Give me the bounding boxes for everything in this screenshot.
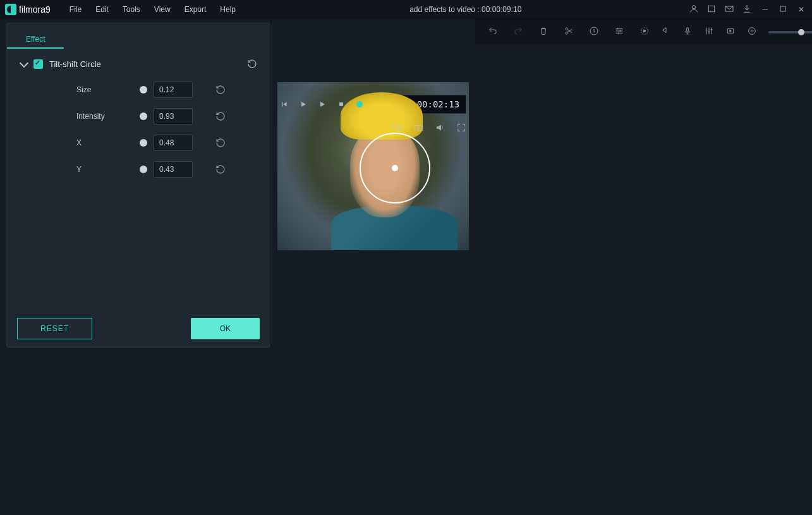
svg-point-9	[566, 28, 567, 30]
fullscreen-icon[interactable]	[456, 123, 466, 135]
audio-mixer-icon[interactable]	[704, 26, 714, 38]
menu-tools[interactable]: Tools	[116, 3, 147, 16]
title-bar: filmora9 File Edit Tools View Export Hel…	[0, 0, 812, 19]
window-title: add effects to video : 00:00:09:10	[242, 5, 689, 14]
effect-panel: Effect Tilt-shift Circle Size Intensity	[6, 23, 270, 348]
notification-icon[interactable]	[706, 4, 717, 16]
undo-icon[interactable]	[488, 26, 498, 38]
logo-icon	[5, 4, 16, 15]
svg-rect-7	[415, 126, 422, 131]
reset-size-icon[interactable]	[215, 85, 226, 95]
param-label: Intensity	[76, 112, 133, 121]
intensity-input[interactable]	[154, 108, 193, 124]
svg-point-6	[399, 128, 401, 130]
play-icon[interactable]	[299, 100, 308, 109]
reset-y-icon[interactable]	[215, 164, 226, 174]
maximize-icon[interactable]	[778, 4, 788, 16]
voiceover-icon[interactable]	[682, 26, 693, 38]
video-preview[interactable]: { } 00:00:02:13	[277, 82, 469, 250]
param-x: X	[76, 135, 226, 151]
user-icon[interactable]	[689, 4, 699, 16]
reset-intensity-icon[interactable]	[215, 111, 226, 121]
x-input[interactable]	[154, 135, 193, 151]
chevron-down-icon[interactable]	[20, 60, 27, 68]
param-y: Y	[76, 161, 226, 178]
menu-bar: File Edit Tools View Export Help	[63, 3, 242, 16]
reset-button[interactable]: RESET	[17, 318, 92, 339]
render-icon[interactable]	[639, 26, 650, 38]
zoom-out-icon[interactable]	[747, 26, 757, 38]
zoom-slider[interactable]	[768, 31, 812, 33]
message-icon[interactable]	[724, 4, 734, 16]
snapshot-icon[interactable]	[413, 123, 423, 135]
svg-rect-13	[687, 28, 689, 32]
stop-icon[interactable]	[337, 100, 346, 109]
prev-frame-icon[interactable]	[280, 100, 289, 109]
keyframe-icon[interactable]	[725, 26, 736, 38]
menu-edit[interactable]: Edit	[89, 3, 115, 16]
preview-panel: { } 00:00:02:13	[270, 19, 475, 348]
y-input[interactable]	[154, 161, 193, 178]
tab-effect[interactable]: Effect	[7, 31, 64, 49]
logo-text: filmora9	[19, 4, 51, 15]
svg-point-0	[693, 5, 696, 8]
effect-enable-checkbox[interactable]	[33, 59, 43, 69]
download-icon[interactable]	[742, 4, 752, 16]
svg-point-8	[417, 127, 420, 130]
svg-rect-4	[339, 102, 343, 106]
param-label: Y	[76, 165, 133, 174]
param-label: X	[76, 138, 133, 147]
redo-icon[interactable]	[513, 26, 523, 38]
menu-export[interactable]: Export	[178, 3, 213, 16]
menu-view[interactable]: View	[148, 3, 177, 16]
play-all-icon[interactable]	[318, 100, 327, 109]
render-preview-icon[interactable]	[392, 123, 402, 135]
reset-x-icon[interactable]	[215, 138, 226, 148]
close-icon[interactable]: ✕	[796, 5, 807, 14]
ok-button[interactable]: OK	[191, 318, 260, 339]
title-icons: ─ ✕	[689, 4, 807, 16]
effect-name: Tilt-shift Circle	[49, 59, 101, 69]
volume-icon[interactable]	[435, 123, 445, 135]
minimize-icon[interactable]: ─	[760, 5, 770, 14]
svg-rect-1	[709, 6, 715, 11]
svg-point-10	[566, 32, 567, 34]
reset-effect-icon[interactable]	[247, 59, 257, 69]
param-intensity: Intensity	[76, 108, 226, 124]
timeline-toolbar	[475, 19, 812, 44]
size-input[interactable]	[154, 82, 193, 98]
tiltshift-circle-overlay[interactable]	[360, 133, 430, 203]
svg-rect-3	[780, 6, 785, 11]
delete-icon[interactable]	[538, 26, 548, 38]
app-logo: filmora9	[5, 4, 51, 15]
adjust-icon[interactable]	[614, 26, 624, 38]
speed-icon[interactable]	[589, 26, 599, 38]
param-size: Size	[76, 82, 226, 98]
param-label: Size	[76, 85, 133, 94]
menu-help[interactable]: Help	[214, 3, 242, 16]
marker-icon[interactable]	[661, 26, 671, 38]
split-icon[interactable]	[564, 26, 574, 38]
menu-file[interactable]: File	[63, 3, 88, 16]
